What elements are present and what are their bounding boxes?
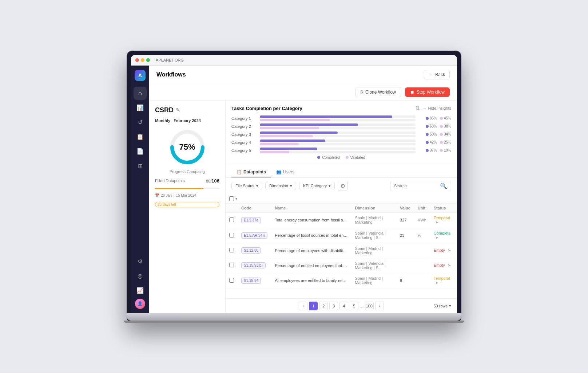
workflow-meta: Monthly February 2024 (155, 118, 219, 123)
select-all-checkbox[interactable] (229, 196, 234, 201)
tab-users[interactable]: 👥 Users (271, 167, 299, 177)
progress-campaing-label: Progress Campaing (170, 169, 205, 174)
validated-stat-dot-5 (440, 149, 443, 152)
col-checkbox (226, 204, 238, 213)
validated-pct-1: 45% (444, 116, 451, 120)
page-4-button[interactable]: 4 (339, 302, 348, 310)
maximize-dot[interactable] (146, 58, 150, 62)
send-icon-5[interactable]: ➤ (435, 280, 438, 285)
row-checkbox-3[interactable] (226, 243, 238, 258)
window-controls (135, 58, 150, 62)
validated-stat-dot-4 (440, 141, 443, 144)
row-value-1: 327 (396, 212, 414, 228)
row-checkbox-1[interactable] (226, 212, 238, 228)
sort-icon[interactable]: ⇅ (415, 105, 420, 112)
filled-label: Filled Datapoints (155, 178, 185, 183)
rows-select[interactable]: 50 rows ▾ (433, 303, 451, 308)
next-page-button[interactable]: › (375, 302, 384, 310)
row-name-2: Percentage of fossil sources in total en… (271, 228, 351, 243)
bars-5 (260, 148, 416, 153)
sidebar-item-analytics[interactable]: 📊 (134, 101, 147, 114)
tab-datapoints[interactable]: 📋 Datapoints (231, 167, 271, 177)
page-title: Workflows (156, 71, 186, 78)
sidebar-item-settings2[interactable]: ◎ (134, 270, 147, 283)
kpi-category-filter[interactable]: KPI Category ▾ (299, 182, 335, 190)
page-3-button[interactable]: 3 (329, 302, 338, 310)
send-icon-2[interactable]: ➤ (435, 235, 438, 240)
send-icon-3[interactable]: ➤ (448, 248, 451, 252)
send-icon-4[interactable]: ➤ (448, 263, 451, 267)
page-100-button[interactable]: 100 (365, 302, 374, 310)
completed-stat-dot-4 (426, 141, 429, 144)
legend-completed-label: Completed (322, 156, 339, 160)
row-checkbox-5[interactable] (226, 273, 238, 288)
validated-stat-3: 34% (440, 132, 451, 136)
sidebar-logo: A (135, 70, 146, 81)
page-1-button[interactable]: 1 (309, 302, 318, 310)
clone-workflow-button[interactable]: ⎘ Clone Workflow (355, 87, 401, 97)
row-unit-3 (414, 243, 430, 258)
close-dot[interactable] (135, 58, 139, 62)
legend-completed: Completed (317, 156, 339, 160)
laptop-screen: APLANET.ORG A ⌂ 📊 ↺ 📋 📄 ⊞ ⚙ ◎ 📈 👤 (127, 51, 461, 323)
file-status-filter[interactable]: File Status ▾ (231, 182, 262, 190)
bars-3 (260, 131, 416, 137)
edit-icon[interactable]: ✎ (176, 107, 180, 113)
stop-workflow-button[interactable]: ⏹ Stop Workflow (405, 87, 450, 97)
page-5-button[interactable]: 5 (350, 302, 358, 310)
advanced-filter-button[interactable]: ⚙ (338, 181, 348, 191)
code-badge-1: E1.5.37a (241, 217, 261, 223)
col-code: Code (238, 204, 271, 213)
sidebar-item-history[interactable]: ↺ (134, 116, 147, 129)
legend-validated: Validated (346, 156, 365, 160)
completed-bar-bg-2 (260, 123, 416, 126)
clone-label: Clone Workflow (365, 90, 396, 95)
select-dropdown-icon[interactable]: ▾ (235, 197, 237, 201)
sidebar-item-workflows[interactable]: 📋 (134, 130, 147, 144)
sidebar: A ⌂ 📊 ↺ 📋 📄 ⊞ ⚙ ◎ 📈 👤 (131, 66, 149, 313)
search-input[interactable] (394, 184, 438, 188)
category-row-3: Category 3 50% 34% (231, 131, 451, 137)
status-badge-2: Complete (434, 231, 451, 235)
row-checkbox-4[interactable] (226, 258, 238, 273)
laptop-foot (124, 321, 464, 323)
dimension-filter[interactable]: Dimension ▾ (265, 182, 296, 190)
code-badge-4: S1.15.93.b.i (241, 262, 266, 268)
tabs: 📋 Datapoints 👥 Users (231, 167, 299, 177)
validated-stat-dot-3 (440, 133, 443, 136)
sidebar-item-grid[interactable]: ⊞ (134, 160, 147, 173)
row-value-5: 8 (396, 273, 414, 288)
minimize-dot[interactable] (141, 58, 144, 62)
code-badge-2: E1.5.AR.34.ii (241, 232, 267, 239)
sidebar-item-home[interactable]: ⌂ (134, 87, 147, 100)
status-badge-1: Temporal (434, 216, 450, 220)
back-button[interactable]: ← Back (424, 70, 450, 79)
completed-bar-fill-1 (260, 115, 392, 118)
prev-page-button[interactable]: ‹ (299, 302, 307, 310)
user-avatar[interactable]: 👤 (135, 299, 145, 309)
date-range: 📅 28 Jan › 15 Mar 2024 (155, 193, 219, 197)
page-2-button[interactable]: 2 (319, 302, 328, 310)
code-badge-3: S1.12.80 (241, 247, 261, 254)
completed-stat-5: 37% (426, 148, 437, 152)
data-table: Code Name Dimension Value Unit Status (226, 204, 457, 288)
validated-bar-fill-1 (260, 119, 330, 121)
sidebar-item-docs[interactable]: 📄 (134, 145, 147, 158)
days-left-badge: 23 days left (155, 202, 219, 207)
toolbar: ⎘ Clone Workflow ⏹ Stop Workflow (149, 84, 457, 101)
row-dimension-3: Spain | Madrid | Marketing (351, 243, 396, 258)
insights-title: Tasks Completion per Category (231, 106, 302, 111)
row-value-2: 23 (396, 228, 414, 243)
hide-insights-button[interactable]: ← Hide Insights (423, 106, 451, 110)
sidebar-item-settings1[interactable]: ⚙ (134, 255, 147, 268)
bars-2 (260, 123, 416, 129)
category-label-2: Category 2 (231, 124, 257, 129)
validated-bar-bg-2 (260, 127, 416, 129)
row-checkbox-2[interactable] (226, 228, 238, 243)
row-code-3: S1.12.80 (238, 243, 271, 258)
category-row-2: Category 2 63% 38% (231, 123, 451, 129)
send-icon-1[interactable]: ➤ (435, 220, 438, 224)
sidebar-item-chart[interactable]: 📈 (134, 284, 147, 297)
search-icon[interactable]: 🔍 (440, 182, 447, 189)
row-dimension-4: Spain | Valencia | Marketing | S... (351, 258, 396, 273)
